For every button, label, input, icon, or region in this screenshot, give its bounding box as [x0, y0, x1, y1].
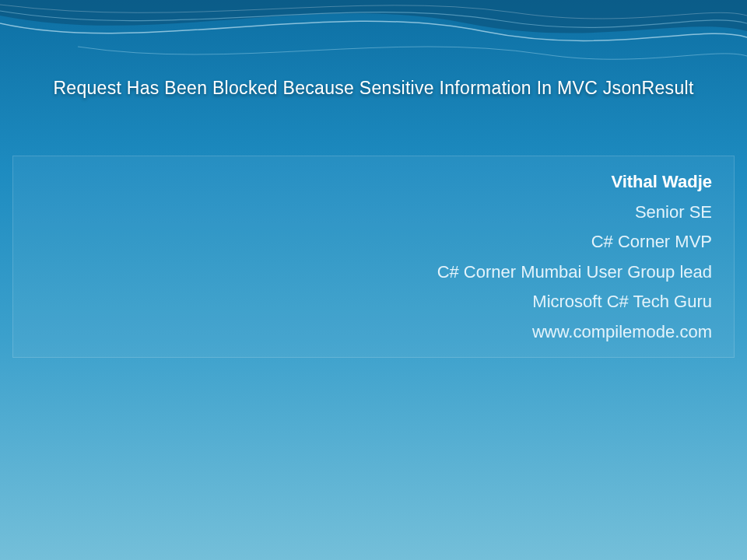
author-line: C# Corner MVP — [24, 227, 712, 257]
author-line: C# Corner Mumbai User Group lead — [24, 257, 712, 288]
author-line: www.compilemode.com — [24, 317, 712, 348]
author-line: Microsoft C# Tech Guru — [24, 287, 712, 317]
author-box: Vithal Wadje Senior SE C# Corner MVP C# … — [12, 156, 735, 358]
slide-title: Request Has Been Blocked Because Sensiti… — [0, 78, 747, 99]
author-name: Vithal Wadje — [24, 167, 712, 198]
decorative-waves — [0, 0, 747, 140]
author-line: Senior SE — [24, 198, 712, 228]
slide: Request Has Been Blocked Because Sensiti… — [0, 0, 747, 560]
